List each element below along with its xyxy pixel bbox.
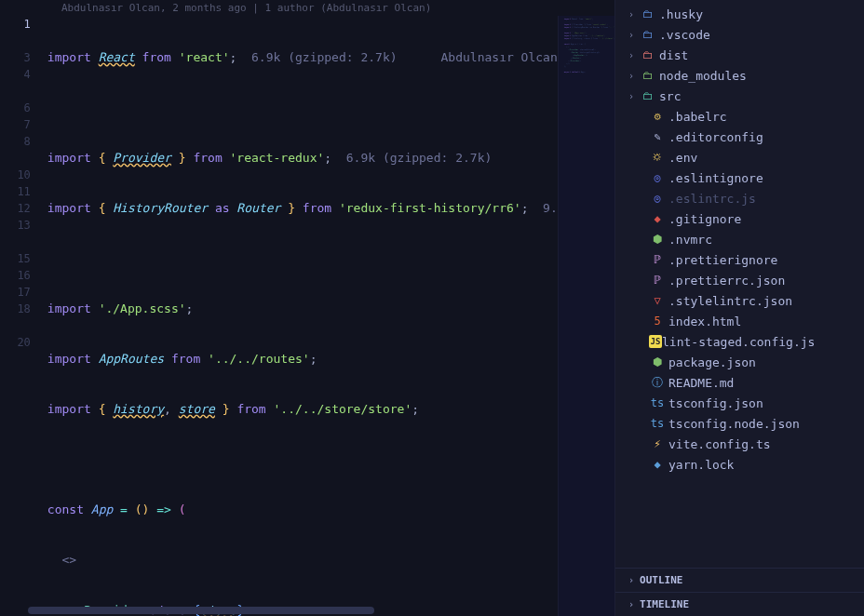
file-tsconfigjson[interactable]: tstsconfig.json — [615, 393, 864, 413]
folder-icon: 🗀 — [640, 48, 656, 61]
line-number[interactable]: 20 — [0, 334, 31, 351]
line-number[interactable]: 3 — [0, 49, 31, 66]
editor-pane: Abdulnasır Olcan, 2 months ago | 1 autho… — [0, 0, 614, 616]
file-icon: ts — [649, 396, 666, 409]
line-number[interactable] — [0, 317, 31, 334]
bracket: } — [215, 402, 230, 416]
outline-section[interactable]: › OUTLINE — [615, 568, 864, 592]
file-readmemd[interactable]: ⓘREADME.md — [615, 372, 864, 393]
identifier: App — [91, 502, 113, 516]
folder-vscode[interactable]: ›🗀.vscode — [615, 24, 864, 45]
scrollbar-thumb[interactable] — [28, 607, 374, 614]
file-label: .eslintignore — [668, 171, 763, 185]
file-prettierignore[interactable]: ℙ.prettierignore — [615, 249, 864, 270]
line-number-gutter[interactable]: 134678101112131516171820 — [0, 16, 47, 616]
string: './App.scss' — [99, 301, 186, 315]
file-icon: ⛭ — [649, 151, 666, 164]
section-label: TIMELINE — [640, 598, 689, 610]
file-icon: ✎ — [649, 130, 666, 143]
identifier: Provider — [113, 151, 171, 165]
string: 'redux-first-history/rr6' — [339, 201, 521, 215]
file-prettierrcjson[interactable]: ℙ.prettierrc.json — [615, 270, 864, 290]
line-number[interactable] — [0, 351, 31, 368]
line-number[interactable]: 18 — [0, 301, 31, 317]
file-env[interactable]: ⛭.env — [615, 147, 864, 167]
file-label: vite.config.ts — [668, 437, 771, 451]
chevron-right-icon: › — [628, 71, 640, 81]
file-yarnlock[interactable]: ◆yarn.lock — [615, 454, 864, 475]
file-gitignore[interactable]: ◆.gitignore — [615, 208, 864, 229]
file-label: README.md — [668, 376, 734, 390]
line-number[interactable]: 1 — [0, 16, 31, 33]
chevron-right-icon: › — [628, 50, 640, 60]
line-number[interactable]: 8 — [0, 133, 31, 150]
string: 'react-redux' — [230, 151, 325, 165]
file-icon: ◎ — [649, 171, 666, 184]
folder-icon: 🗀 — [640, 28, 656, 41]
line-number[interactable]: 16 — [0, 267, 31, 284]
keyword: import — [47, 301, 91, 315]
code-lines[interactable]: import React from 'react'; 6.9k (gzipped… — [47, 16, 558, 616]
file-label: .nvmrc — [668, 233, 712, 247]
folder-src[interactable]: ›🗀src — [615, 86, 864, 106]
line-number[interactable] — [0, 150, 31, 167]
file-icon: ▽ — [649, 294, 666, 307]
keyword: from — [171, 352, 200, 366]
keyword: from — [142, 50, 171, 64]
file-icon: JS — [649, 335, 662, 348]
file-stylelintrcjson[interactable]: ▽.stylelintrc.json — [615, 290, 864, 311]
file-lintstagedconfigjs[interactable]: JSlint-staged.config.js — [615, 331, 864, 352]
file-label: .editorconfig — [668, 130, 763, 144]
line-number[interactable]: 13 — [0, 217, 31, 234]
line-number[interactable] — [0, 83, 31, 100]
file-icon: ts — [649, 417, 666, 430]
section-label: OUTLINE — [640, 574, 682, 586]
keyword: import — [47, 50, 91, 64]
line-number[interactable] — [0, 33, 31, 49]
folder-icon: 🗀 — [640, 7, 656, 20]
line-number[interactable]: 15 — [0, 250, 31, 267]
file-label: tsconfig.json — [668, 396, 763, 410]
file-packagejson[interactable]: ⬢package.json — [615, 352, 864, 372]
bracket: { — [99, 402, 114, 416]
bracket: { — [99, 151, 114, 165]
gitlens-blame: Abdulnasır Olcan, 2 months ago | 1 autho… — [0, 0, 614, 16]
line-number[interactable]: 12 — [0, 200, 31, 217]
minimap[interactable]: import React from 'react'; import { Prov… — [558, 16, 614, 616]
file-indexhtml[interactable]: 5index.html — [615, 311, 864, 331]
line-number[interactable]: 17 — [0, 284, 31, 301]
folder-label: .husky — [659, 7, 703, 21]
file-label: .eslintrc.js — [668, 192, 756, 206]
line-number[interactable]: 4 — [0, 66, 31, 83]
chevron-right-icon: › — [628, 9, 640, 20]
line-number[interactable]: 7 — [0, 116, 31, 133]
op: => — [149, 502, 178, 516]
file-label: .prettierignore — [668, 253, 777, 267]
file-icon: ⓘ — [649, 375, 666, 391]
punct: ; — [324, 151, 331, 165]
folder-nodemodules[interactable]: ›🗀node_modules — [615, 65, 864, 86]
file-icon: 5 — [649, 315, 666, 328]
file-explorer[interactable]: ›🗀.husky›🗀.vscode›🗀dist›🗀node_modules›🗀s… — [615, 4, 864, 568]
file-viteconfigts[interactable]: ⚡vite.config.ts — [615, 434, 864, 454]
folder-husky[interactable]: ›🗀.husky — [615, 4, 864, 24]
punct: ; — [186, 301, 194, 315]
file-eslintrcjs[interactable]: ◎.eslintrc.js — [615, 188, 864, 208]
file-label: .prettierrc.json — [668, 274, 785, 288]
line-number[interactable]: 6 — [0, 100, 31, 116]
horizontal-scrollbar[interactable] — [28, 607, 605, 614]
file-icon: ◆ — [649, 212, 666, 225]
sidebar: ›🗀.husky›🗀.vscode›🗀dist›🗀node_modules›🗀s… — [614, 0, 864, 616]
file-eslintignore[interactable]: ◎.eslintignore — [615, 167, 864, 188]
folder-dist[interactable]: ›🗀dist — [615, 45, 864, 65]
line-number[interactable] — [0, 234, 31, 250]
file-nvmrc[interactable]: ⬢.nvmrc — [615, 229, 864, 249]
identifier: store — [179, 402, 215, 416]
line-number[interactable]: 10 — [0, 167, 31, 183]
file-babelrc[interactable]: ⚙.babelrc — [615, 106, 864, 127]
bracket: { — [99, 201, 114, 215]
file-tsconfignodejson[interactable]: tstsconfig.node.json — [615, 413, 864, 434]
file-editorconfig[interactable]: ✎.editorconfig — [615, 127, 864, 147]
timeline-section[interactable]: › TIMELINE — [615, 592, 864, 616]
line-number[interactable]: 11 — [0, 183, 31, 200]
